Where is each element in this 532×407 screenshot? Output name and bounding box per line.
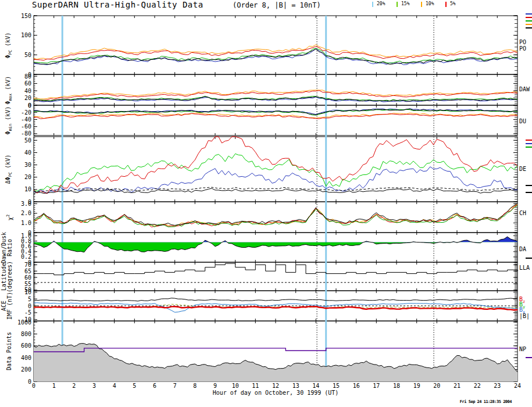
x-tick-label: 20 <box>427 383 447 389</box>
right-series-marker <box>526 258 532 259</box>
right-series-marker <box>526 192 532 193</box>
y-tick-label: 1000 <box>0 319 31 326</box>
panel-pc-potential-series <box>34 45 517 65</box>
y-axis-label-pc-potential: ΦPC (kV) <box>5 32 13 58</box>
right-series-marker <box>526 13 532 15</box>
right-series-marker <box>526 185 532 186</box>
right-label-po: PO <box>519 40 526 45</box>
x-tick-label: 8 <box>185 383 205 389</box>
y-axis-label-dawn-dusk-ratio: Dawn/DuskRatio <box>1 231 13 263</box>
x-tick-label: 7 <box>165 383 185 389</box>
series-delta-phi-pc-red <box>34 137 517 194</box>
x-tick-label: 24 <box>508 383 527 389</box>
right-label-du: DU <box>519 119 526 124</box>
panel-dawn-dusk-ratio <box>34 233 517 262</box>
series-boundary-latitude-latitude <box>34 263 517 275</box>
x-tick-label: 23 <box>487 383 507 389</box>
y-tick-label: 10 <box>0 186 31 192</box>
x-tick-label: 10 <box>226 383 245 389</box>
right-series-marker <box>526 20 532 22</box>
generated-timestamp: Fri Sep 24 11:28:35 2004 <box>407 399 512 404</box>
right-series-marker <box>526 357 532 358</box>
y-axis-label-ace-imf: ACEIMF (nT) <box>1 292 13 320</box>
y-axis-label-phi-max: Φmax (kV) <box>5 76 13 104</box>
x-tick-label: 15 <box>326 383 346 389</box>
panel-ace-imf <box>34 291 517 321</box>
x-tick-label: 11 <box>245 383 265 389</box>
series-chi-squared-green <box>34 205 517 227</box>
x-tick-label: 16 <box>347 383 366 389</box>
right-series-marker <box>526 143 532 144</box>
panel-phi-min-series <box>34 109 517 119</box>
right-label-da: DA <box>519 247 526 252</box>
series-chi-squared-red <box>34 205 517 227</box>
x-tick-label: 13 <box>286 383 306 389</box>
panel-delta-phi-pc <box>34 137 517 202</box>
right-label-|b|: |B| <box>519 313 530 319</box>
series-data-points-points-fill <box>34 344 517 381</box>
right-series-marker <box>526 140 532 141</box>
y-axis-label-delta-phi-pc: ΔΦPC (kV) <box>5 155 13 184</box>
y-axis-label-data-points: Data Points <box>6 332 12 370</box>
x-tick-label: 12 <box>266 383 285 389</box>
right-label-daw: DAW <box>519 87 530 92</box>
panel-chi-squared-series <box>34 204 517 227</box>
x-tick-label: 3 <box>84 383 104 389</box>
x-tick-label: 17 <box>366 383 386 389</box>
x-tick-label: 21 <box>447 383 467 389</box>
panel-delta-phi-pc-series <box>34 137 517 194</box>
x-tick-label: 2 <box>64 383 84 389</box>
superdarn-plot-page: SuperDARN Ultra-High-Quality Data (Order… <box>0 0 532 407</box>
series-delta-phi-pc-green <box>34 153 517 191</box>
y-tick-label: 2.0 <box>0 210 31 216</box>
right-series-marker <box>526 147 532 148</box>
y-axis-label-chi-squared: χ2 <box>5 214 13 220</box>
right-series-marker <box>526 27 532 28</box>
y-tick-label: 600 <box>0 342 31 349</box>
y-tick-label: 50 <box>0 137 31 144</box>
x-tick-label: 22 <box>467 383 487 389</box>
panel-dawn-dusk-ratio-series <box>34 237 517 252</box>
series-phi-min-red <box>34 113 517 119</box>
y-tick-label: 400 <box>0 355 31 361</box>
panel-data-points-series <box>34 344 517 381</box>
y-tick-label: 200 <box>0 366 31 373</box>
x-tick-label: 14 <box>306 383 326 389</box>
right-label-lla: LLA <box>519 265 530 271</box>
series-phi-min-black <box>34 109 517 115</box>
chart-svg <box>0 0 532 407</box>
panel-ace-imf-series <box>34 298 517 312</box>
x-axis-title: Hour of day on October, 30 1999 (UT) <box>34 390 517 396</box>
series-delta-phi-pc-blue <box>34 167 517 194</box>
panel-phi-max-series <box>34 90 517 102</box>
x-tick-label: 1 <box>44 383 64 389</box>
panel-phi-min <box>34 105 517 135</box>
right-series-marker <box>526 17 532 18</box>
x-tick-label: 0 <box>24 383 44 389</box>
panel-boundary-latitude-series <box>34 263 517 275</box>
y-axis-label-phi-min: Φmin (kV) <box>5 106 13 135</box>
y-tick-label: 1.0 <box>0 220 31 226</box>
x-tick-label: 18 <box>387 383 406 389</box>
x-tick-label: 6 <box>145 383 165 389</box>
right-label-de: DE <box>519 166 526 172</box>
panel-pc-potential <box>34 16 517 74</box>
y-tick-label: 150 <box>0 13 31 19</box>
x-tick-label: 4 <box>105 383 124 389</box>
right-label-ch: CH <box>519 210 526 216</box>
y-tick-label: 800 <box>0 331 31 337</box>
x-tick-label: 5 <box>124 383 144 389</box>
series-ace-imf-btot <box>34 298 517 301</box>
right-label-np: NP <box>519 347 526 352</box>
y-tick-label: 3.0 <box>0 201 31 207</box>
ratio-fill-dusk <box>34 237 517 252</box>
right-label-po: PO <box>519 46 526 52</box>
series-chi-squared-orange <box>34 204 517 226</box>
series-data-points-np <box>34 348 517 352</box>
right-series-marker <box>526 24 532 25</box>
y-axis-label-boundary-latitude: Latitude(degrees) <box>1 260 13 292</box>
x-tick-label: 9 <box>205 383 225 389</box>
x-tick-label: 19 <box>407 383 427 389</box>
